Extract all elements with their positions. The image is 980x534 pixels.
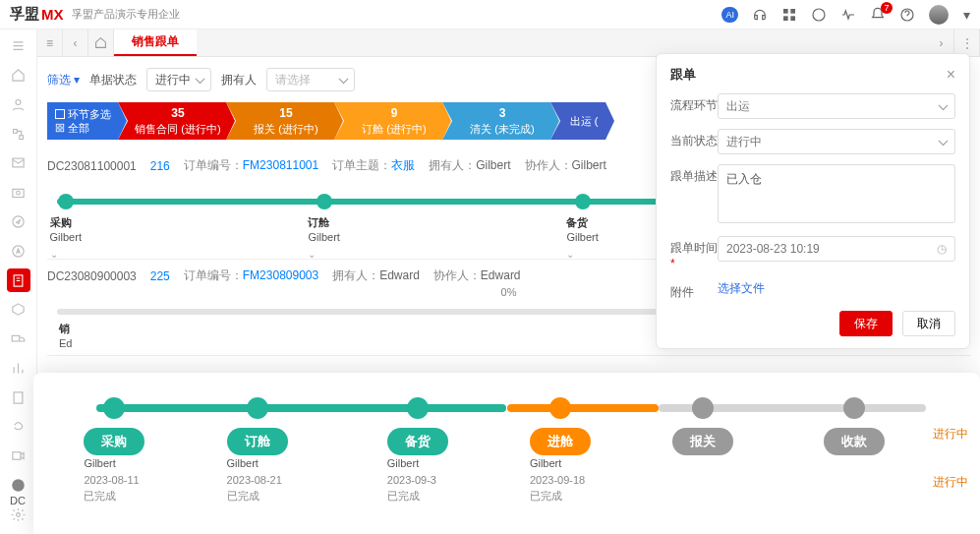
svg-point-11 xyxy=(17,191,21,195)
order-number-link[interactable]: FM230809003 xyxy=(243,268,318,282)
grid-icon[interactable] xyxy=(781,7,797,23)
owner-select[interactable]: 请选择 xyxy=(266,68,355,91)
owner-label: 拥有人 xyxy=(221,72,257,89)
overlay-dot xyxy=(692,397,714,419)
stage-customs[interactable]: 15报关 (进行中) xyxy=(226,102,334,140)
overlay-step: 报关 xyxy=(672,428,733,455)
svg-rect-10 xyxy=(13,190,24,198)
stage-booking[interactable]: 9订舱 (进行中) xyxy=(334,102,442,140)
peek-order-id: DC xyxy=(10,495,26,506)
stage-all[interactable]: 环节多选 全部 xyxy=(47,102,118,140)
chat-icon[interactable] xyxy=(811,7,827,23)
stage-clearance[interactable]: 3清关 (未完成) xyxy=(442,102,550,140)
tracking-modal: 跟单 × 流程环节出运 当前状态进行中 跟单描述 跟单时间*2023-08-23… xyxy=(656,53,970,349)
topbar-icons: AI 7 ▾ xyxy=(721,5,970,25)
close-icon[interactable]: × xyxy=(947,66,955,84)
overlay-dot xyxy=(247,397,268,419)
filter-button[interactable]: 筛选 ▾ xyxy=(47,72,80,89)
nav-home-icon[interactable] xyxy=(7,64,30,88)
overlay-pill[interactable]: 报关 xyxy=(672,428,733,455)
nav-org-icon[interactable] xyxy=(7,122,30,146)
cancel-button[interactable]: 取消 xyxy=(902,311,955,336)
overlay-dot xyxy=(103,397,125,419)
nav-doc-icon[interactable] xyxy=(7,386,30,409)
svg-rect-17 xyxy=(13,452,21,460)
overlay-dot xyxy=(843,397,865,419)
tab-sales-tracking[interactable]: 销售跟单 xyxy=(114,30,197,56)
notify-badge: 7 xyxy=(881,2,893,14)
overlay-pill[interactable]: 收款 xyxy=(824,428,885,455)
svg-point-19 xyxy=(17,512,21,516)
nav-mail-icon[interactable] xyxy=(7,151,30,175)
overlay-pill[interactable]: 备货 xyxy=(387,428,448,455)
order-seq[interactable]: 225 xyxy=(150,269,170,283)
svg-rect-0 xyxy=(783,9,788,14)
svg-point-18 xyxy=(12,479,25,492)
tab-home-icon[interactable] xyxy=(88,30,114,56)
overlay-step: 收款 xyxy=(824,428,885,455)
stage-contract[interactable]: 35销售合同 (进行中) xyxy=(118,102,226,140)
svg-rect-15 xyxy=(12,335,20,341)
overlay-step: 订舱 Gilbert2023-08-21已完成 xyxy=(227,428,288,504)
help-icon[interactable] xyxy=(899,7,915,23)
tab-next-icon[interactable]: › xyxy=(929,30,954,56)
nav-whatsapp-icon[interactable] xyxy=(7,473,30,497)
modal-time-input[interactable]: 2023-08-23 10:19◷ xyxy=(718,236,955,262)
svg-rect-7 xyxy=(14,129,18,133)
modal-desc-textarea[interactable] xyxy=(718,164,955,223)
nav-camera-icon[interactable] xyxy=(7,181,30,205)
tab-back-icon[interactable]: ‹ xyxy=(63,30,88,56)
svg-rect-24 xyxy=(61,129,64,132)
tab-menu-icon[interactable]: ≡ xyxy=(37,30,63,56)
topbar: 孚盟 MX 孚盟产品演示专用企业 AI 7 ▾ xyxy=(0,0,980,30)
logo-text-2: MX xyxy=(41,6,64,23)
status-label: 单据状态 xyxy=(89,72,137,89)
overlay-step: 采购 Gilbert2023-08-11已完成 xyxy=(84,428,144,504)
svg-point-4 xyxy=(813,9,825,21)
modal-stage-select[interactable]: 出运 xyxy=(718,93,955,119)
tab-more-icon[interactable]: ⋮ xyxy=(954,30,980,56)
overlay-pill[interactable]: 进舱 xyxy=(530,428,591,455)
svg-rect-8 xyxy=(20,135,24,139)
overlay-pill[interactable]: 订舱 xyxy=(227,428,288,455)
overlay-dot xyxy=(549,397,571,419)
svg-rect-2 xyxy=(783,16,788,21)
nav-compass-icon[interactable] xyxy=(7,210,30,234)
svg-rect-23 xyxy=(56,129,59,132)
overlay-pipeline: 采购 Gilbert2023-08-11已完成 订舱 Gilbert2023-0… xyxy=(61,392,952,510)
overlay-dot xyxy=(407,397,429,419)
nav-chart-icon[interactable] xyxy=(7,356,30,380)
svg-rect-21 xyxy=(56,124,59,127)
order-seq[interactable]: 216 xyxy=(150,159,170,173)
headset-icon[interactable] xyxy=(752,7,768,23)
order-subject-link[interactable]: 衣服 xyxy=(391,158,415,172)
nav-money-icon[interactable] xyxy=(7,415,30,439)
order-id: DC23080900003 xyxy=(47,269,137,283)
nav-user-icon[interactable] xyxy=(7,93,30,117)
ai-badge-icon[interactable]: AI xyxy=(721,7,738,23)
save-button[interactable]: 保存 xyxy=(839,311,893,336)
status-select[interactable]: 进行中 xyxy=(146,68,211,91)
progress-pct: 0% xyxy=(501,286,517,298)
overlay-pill[interactable]: 采购 xyxy=(84,428,144,455)
svg-point-6 xyxy=(16,99,21,104)
nav-box-icon[interactable] xyxy=(7,298,30,322)
modal-title: 跟单 xyxy=(670,66,696,84)
wave-icon[interactable] xyxy=(840,7,856,23)
modal-status-select[interactable]: 进行中 xyxy=(718,129,955,154)
stage-all-l1: 环节多选 xyxy=(68,107,111,121)
stage-all-l2: 全部 xyxy=(68,121,89,135)
leftnav xyxy=(0,30,37,534)
nav-truck-icon[interactable] xyxy=(7,327,30,351)
nav-a-icon[interactable] xyxy=(7,239,30,263)
avatar[interactable] xyxy=(929,5,949,25)
svg-rect-22 xyxy=(61,124,64,127)
nav-collapse-icon[interactable] xyxy=(7,34,30,58)
nav-order-icon[interactable] xyxy=(7,268,30,292)
caret-down-icon[interactable]: ▾ xyxy=(962,7,970,23)
order-number-link[interactable]: FM230811001 xyxy=(243,158,318,172)
nav-video-icon[interactable] xyxy=(7,445,30,468)
bell-icon[interactable]: 7 xyxy=(870,7,886,23)
file-select-link[interactable]: 选择文件 xyxy=(718,281,765,295)
order-id: DC23081100001 xyxy=(47,159,137,173)
